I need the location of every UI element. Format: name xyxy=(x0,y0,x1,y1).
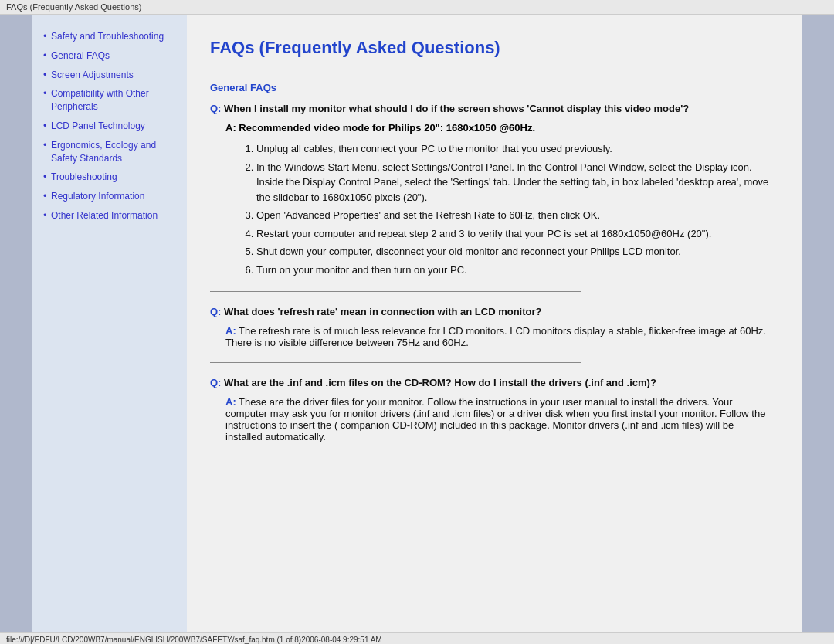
sidebar-item: Screen Adjustments xyxy=(43,69,176,82)
qa-block-3: Q: What are the .inf and .icm files on t… xyxy=(210,377,771,442)
section-title: General FAQs xyxy=(210,82,771,93)
q2-text: What does 'refresh rate' mean in connect… xyxy=(224,306,541,317)
page-title: FAQs (Frequently Asked Questions) xyxy=(210,38,771,58)
list-item: Open 'Advanced Properties' and set the R… xyxy=(256,208,771,223)
mid-divider-1 xyxy=(210,291,581,292)
sidebar-link[interactable]: Compatibility with Other Peripherals xyxy=(51,88,149,112)
sidebar-link[interactable]: Ergonomics, Ecology and Safety Standards xyxy=(51,140,156,164)
sidebar-link[interactable]: Regulatory Information xyxy=(51,191,144,202)
list-item: Shut down your computer, disconnect your… xyxy=(256,244,771,259)
sidebar-link[interactable]: Safety and Troubleshooting xyxy=(51,31,164,42)
question-1: Q: When I install my monitor what should… xyxy=(210,103,771,114)
sidebar: Safety and TroubleshootingGeneral FAQsSc… xyxy=(32,15,187,632)
answer-2: A: The refresh rate is of much less rele… xyxy=(210,325,771,348)
sidebar-link[interactable]: Troubleshooting xyxy=(51,171,117,182)
question-2: Q: What does 'refresh rate' mean in conn… xyxy=(210,306,771,317)
q1-label: Q: xyxy=(210,103,221,114)
q3-text: What are the .inf and .icm files on the … xyxy=(224,377,656,388)
title-bar: FAQs (Frequently Asked Questions) xyxy=(0,0,834,15)
qa-block-1: Q: When I install my monitor what should… xyxy=(210,103,771,277)
status-bar-text: file:///D|/EDFU/LCD/200WB7/manual/ENGLIS… xyxy=(6,636,382,644)
sidebar-item: Ergonomics, Ecology and Safety Standards xyxy=(43,139,176,165)
a3-text: These are the driver files for your moni… xyxy=(225,396,765,442)
content-area: FAQs (Frequently Asked Questions) Genera… xyxy=(187,15,802,632)
right-panel xyxy=(802,15,834,632)
a2-text: The refresh rate is of much less relevan… xyxy=(225,325,766,348)
sidebar-item: Troubleshooting xyxy=(43,171,176,184)
q1-text: When I install my monitor what should I … xyxy=(224,103,689,114)
a3-label: A: xyxy=(225,396,236,408)
answer-1-bold: A: Recommended video mode for Philips 20… xyxy=(210,122,771,134)
list-item: Turn on your monitor and then turn on yo… xyxy=(256,263,771,278)
list-item: Unplug all cables, then connect your PC … xyxy=(256,141,771,157)
question-3: Q: What are the .inf and .icm files on t… xyxy=(210,377,771,388)
status-bar: file:///D|/EDFU/LCD/200WB7/manual/ENGLIS… xyxy=(0,632,834,644)
list-item: In the Windows Start Menu, select Settin… xyxy=(256,160,771,205)
sidebar-item: LCD Panel Technology xyxy=(43,120,176,133)
answer-1-list: Unplug all cables, then connect your PC … xyxy=(210,141,771,277)
sidebar-item: Compatibility with Other Peripherals xyxy=(43,87,176,114)
title-bar-text: FAQs (Frequently Asked Questions) xyxy=(6,2,141,12)
q3-label: Q: xyxy=(210,377,221,388)
q2-label: Q: xyxy=(210,306,221,317)
sidebar-item: General FAQs xyxy=(43,49,176,63)
qa-block-2: Q: What does 'refresh rate' mean in conn… xyxy=(210,306,771,348)
top-divider xyxy=(210,69,771,69)
answer-3: A: These are the driver files for your m… xyxy=(210,396,771,442)
left-panel xyxy=(0,15,32,632)
sidebar-link[interactable]: Other Related Information xyxy=(51,210,158,221)
sidebar-link[interactable]: LCD Panel Technology xyxy=(51,120,145,131)
sidebar-item: Regulatory Information xyxy=(43,190,176,203)
a1-bold-text: A: Recommended video mode for Philips 20… xyxy=(225,122,535,134)
main-layout: Safety and TroubleshootingGeneral FAQsSc… xyxy=(0,15,834,632)
sidebar-link[interactable]: General FAQs xyxy=(51,50,110,61)
list-item: Restart your computer and repeat step 2 … xyxy=(256,226,771,242)
sidebar-nav: Safety and TroubleshootingGeneral FAQsSc… xyxy=(43,30,176,222)
sidebar-item: Other Related Information xyxy=(43,209,176,222)
sidebar-link[interactable]: Screen Adjustments xyxy=(51,69,134,80)
mid-divider-2 xyxy=(210,362,581,363)
sidebar-item: Safety and Troubleshooting xyxy=(43,30,176,43)
a2-label: A: xyxy=(225,325,236,337)
